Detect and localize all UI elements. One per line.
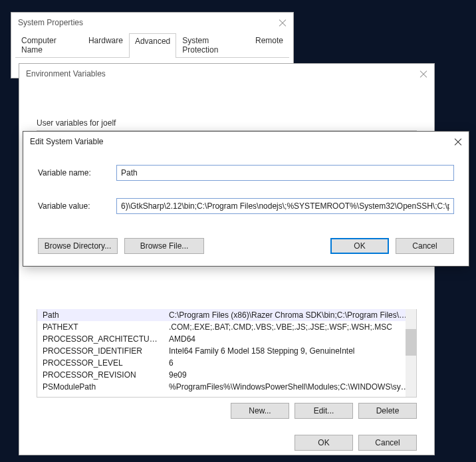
variable-value-label: Variable value: [38, 201, 116, 211]
close-icon[interactable] [454, 138, 462, 146]
tab-remote[interactable]: Remote [249, 33, 289, 57]
sysprops-title: System Properties [18, 18, 83, 27]
envvars-bottom-buttons: OK Cancel [37, 435, 417, 453]
editvar-title: Edit System Variable [30, 137, 104, 146]
table-row[interactable]: PATHEXT .COM;.EXE;.BAT;.CMD;.VBS;.VBE;.J… [37, 321, 416, 333]
variable-name-label: Variable name: [38, 168, 116, 177]
delete-button[interactable]: Delete [358, 403, 417, 419]
var-name: Path [37, 310, 164, 320]
table-row[interactable]: PROCESSOR_IDENTIFIER Intel64 Family 6 Mo… [37, 345, 416, 357]
browse-file-button[interactable]: Browse File... [124, 238, 204, 254]
var-name: PROCESSOR_ARCHITECTURE [37, 334, 164, 344]
sysprops-titlebar: System Properties [11, 13, 293, 33]
var-value: 6 [164, 358, 416, 368]
cancel-button[interactable]: Cancel [396, 238, 454, 254]
var-name: PROCESSOR_REVISION [37, 370, 164, 380]
table-row[interactable]: Path C:\Program Files (x86)\Razer Chroma… [37, 309, 416, 321]
edit-system-variable-window: Edit System Variable Variable name: Vari… [23, 131, 469, 267]
cancel-button[interactable]: Cancel [358, 435, 417, 451]
variable-name-input[interactable] [116, 165, 454, 181]
envvars-titlebar: Environment Variables [19, 64, 434, 84]
variable-value-row: Variable value: [38, 198, 454, 214]
var-value: %ProgramFiles%\WindowsPowerShell\Modules… [164, 382, 416, 392]
ok-button[interactable]: OK [330, 238, 389, 254]
var-name: PROCESSOR_IDENTIFIER [37, 346, 164, 356]
scroll-thumb[interactable] [406, 329, 416, 356]
sysprops-tabs: Computer Name Hardware Advanced System P… [15, 33, 289, 58]
editvar-button-row: Browse Directory... Browse File... OK Ca… [38, 238, 454, 254]
envvars-title: Environment Variables [26, 69, 106, 78]
scrollbar[interactable] [406, 309, 416, 397]
close-icon[interactable] [419, 70, 427, 78]
var-value: Intel64 Family 6 Model 158 Stepping 9, G… [164, 346, 416, 356]
close-icon[interactable] [279, 19, 287, 27]
variable-value-input[interactable] [116, 198, 454, 214]
user-variables-label: User variables for joelf [37, 118, 417, 128]
table-row[interactable]: PSModulePath %ProgramFiles%\WindowsPower… [37, 381, 416, 393]
tab-computer-name[interactable]: Computer Name [15, 33, 82, 57]
editvar-titlebar: Edit System Variable [23, 132, 469, 152]
tab-hardware[interactable]: Hardware [82, 33, 129, 57]
tab-advanced[interactable]: Advanced [129, 33, 176, 58]
ok-button[interactable]: OK [295, 435, 353, 451]
variable-name-row: Variable name: [38, 165, 454, 181]
var-value: .COM;.EXE;.BAT;.CMD;.VBS;.VBE;.JS;.JSE;.… [164, 322, 416, 332]
system-variables-list: Path C:\Program Files (x86)\Razer Chroma… [37, 309, 417, 398]
var-value: C:\Program Files (x86)\Razer Chroma SDK\… [164, 310, 416, 320]
var-value: AMD64 [164, 334, 416, 344]
new-button[interactable]: New... [231, 403, 289, 419]
edit-button[interactable]: Edit... [295, 403, 353, 419]
table-row[interactable]: PROCESSOR_ARCHITECTURE AMD64 [37, 333, 416, 345]
table-row[interactable]: PROCESSOR_REVISION 9e09 [37, 369, 416, 381]
var-name: PATHEXT [37, 322, 164, 332]
browse-directory-button[interactable]: Browse Directory... [38, 238, 118, 254]
var-name: PROCESSOR_LEVEL [37, 358, 164, 368]
var-name: PSModulePath [37, 382, 164, 392]
sysvar-button-row: New... Edit... Delete [37, 403, 417, 419]
var-value: 9e09 [164, 370, 416, 380]
table-row[interactable]: PROCESSOR_LEVEL 6 [37, 357, 416, 369]
tab-system-protection[interactable]: System Protection [176, 33, 249, 57]
